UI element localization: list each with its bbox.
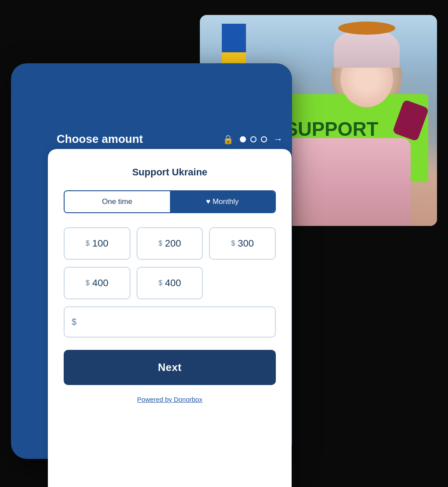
header-bar: Choose amount 🔒 → <box>48 127 292 151</box>
one-time-button[interactable]: One time <box>65 191 170 212</box>
custom-amount-container: $ <box>64 306 276 338</box>
amount-button-200[interactable]: $ 200 <box>137 227 203 260</box>
heart-icon: ♥ <box>206 197 210 206</box>
amount-button-300[interactable]: $ 300 <box>209 227 276 260</box>
custom-amount-input[interactable] <box>81 317 268 327</box>
step-dot-1 <box>240 136 246 142</box>
monthly-button[interactable]: ♥ Monthly <box>170 191 275 212</box>
donation-form-card: Support Ukraine One time ♥ Monthly $ 100… <box>48 149 292 487</box>
currency-symbol-1: $ <box>86 240 90 247</box>
lock-icon: 🔒 <box>223 134 234 145</box>
amount-value-2: 200 <box>165 238 181 249</box>
frequency-toggle: One time ♥ Monthly <box>64 190 276 213</box>
amount-value-3: 300 <box>238 238 254 249</box>
step-dot-2 <box>250 136 257 142</box>
currency-symbol-3: $ <box>231 240 235 247</box>
amount-grid-row2: $ 400 $ 400 <box>64 267 276 299</box>
amount-value-4: 400 <box>92 277 108 289</box>
currency-symbol-4: $ <box>86 279 90 287</box>
powered-by-link[interactable]: Powered by Donorbox <box>64 396 276 403</box>
currency-symbol-2: $ <box>159 240 163 247</box>
next-button[interactable]: Next <box>64 350 276 385</box>
donation-card-bg: Choose amount 🔒 → Support Ukraine One ti… <box>11 63 292 459</box>
step-indicators <box>240 136 267 142</box>
sign-text-line1: SUPPORT <box>285 119 379 140</box>
page-title: Choose amount <box>57 132 217 146</box>
campaign-title: Support Ukraine <box>64 167 276 178</box>
amount-button-400a[interactable]: $ 400 <box>64 267 130 299</box>
amount-button-400b[interactable]: $ 400 <box>137 267 203 299</box>
amount-button-100[interactable]: $ 100 <box>64 227 130 260</box>
next-arrow-icon: → <box>273 134 283 145</box>
step-dot-3 <box>261 136 267 142</box>
custom-currency-label: $ <box>72 317 76 327</box>
amount-value-1: 100 <box>92 238 108 249</box>
amount-grid-row1: $ 100 $ 200 $ 300 <box>64 227 276 260</box>
currency-symbol-5: $ <box>159 279 163 287</box>
amount-value-5: 400 <box>165 277 181 289</box>
